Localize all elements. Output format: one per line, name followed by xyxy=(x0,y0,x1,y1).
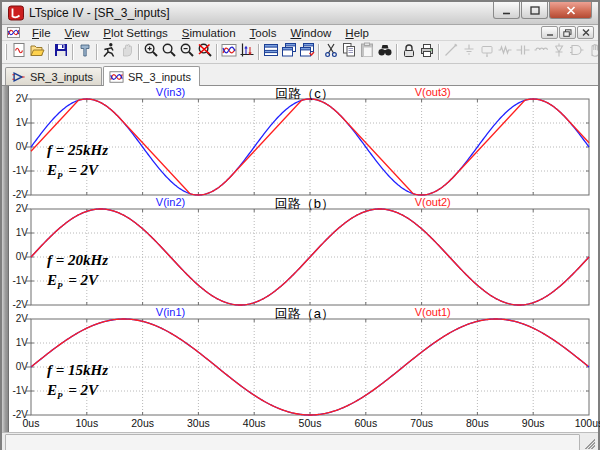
close-button[interactable] xyxy=(549,2,592,19)
annotation-15khz: f = 15kHzEP = 2V xyxy=(47,360,108,406)
amp-subscript: P xyxy=(57,171,63,181)
amp-subscript: P xyxy=(57,281,63,291)
toolbar-separator xyxy=(258,44,260,60)
tile-windows-button[interactable] xyxy=(262,42,280,62)
menu-file[interactable]: File xyxy=(25,27,58,39)
resistor-button xyxy=(496,42,514,62)
paste-button xyxy=(358,42,376,62)
menu-help[interactable]: Help xyxy=(338,27,376,39)
tab-waveform-sr-3-inputs[interactable]: SR_3_inputs xyxy=(103,66,200,86)
plot-area[interactable]: V(in3)回路（c）V(out3)2V1V0V-1V-2Vf = 25kHzE… xyxy=(9,86,598,432)
minimize-button[interactable] xyxy=(493,2,520,19)
plot-pane-3[interactable]: V(in1)回路（a）V(out1)2V1V0V-1V-2Vf = 15kHzE… xyxy=(9,306,598,416)
cascade-windows-icon xyxy=(281,42,297,62)
halt-icon xyxy=(119,42,135,62)
waveform-icon xyxy=(109,70,124,84)
cut-button[interactable] xyxy=(322,42,340,62)
zoom-out-icon xyxy=(179,42,195,62)
plot-settings-icon xyxy=(221,42,237,62)
zoom-in-button[interactable] xyxy=(142,42,160,62)
toolbar-separator xyxy=(318,44,320,60)
toolbar-separator xyxy=(216,44,218,60)
tab-schematic-sr-3-inputs[interactable]: SR_3_inputs xyxy=(5,67,102,85)
toolbar-separator xyxy=(48,44,50,60)
print-button[interactable] xyxy=(418,42,436,62)
trace-label-V(out3)[interactable]: V(out3) xyxy=(415,86,451,98)
print-preview-button[interactable] xyxy=(400,42,418,62)
ground-icon xyxy=(461,42,477,62)
trace-label-V(out2)[interactable]: V(out2) xyxy=(415,196,451,208)
plot-pane-1[interactable]: V(in3)回路（c）V(out3)2V1V0V-1V-2Vf = 25kHzE… xyxy=(9,86,598,196)
toolbar-grip[interactable] xyxy=(5,44,7,60)
menu-view[interactable]: View xyxy=(58,27,97,39)
y-tick-label: -1V xyxy=(9,275,28,287)
trace-label-V(in1)[interactable]: V(in1) xyxy=(156,306,185,318)
amp-value: = 2V xyxy=(65,382,99,398)
maximize-button[interactable] xyxy=(521,2,548,19)
child-minimize-button[interactable] xyxy=(541,26,558,39)
plot-pane-2[interactable]: V(in2)回路（b）V(out2)2V1V0V-1V-2Vf = 20kHzE… xyxy=(9,196,598,306)
cascade-windows-button[interactable] xyxy=(280,42,298,62)
child-window-controls xyxy=(540,26,594,39)
toolbar-separator xyxy=(438,44,440,60)
freq-annotation: f = 20kHz xyxy=(47,250,108,270)
x-axis-labels: 0us10us20us30us40us50us60us70us80us90us1… xyxy=(9,416,598,432)
paste-icon xyxy=(359,42,375,62)
menu-bar: FileViewPlot SettingsSimulationToolsWind… xyxy=(2,25,598,41)
print-icon xyxy=(419,42,435,62)
diode-icon xyxy=(551,42,567,62)
title-bar[interactable]: LTspice IV - [SR_3_inputs] xyxy=(2,2,598,25)
zoom-out-button[interactable] xyxy=(178,42,196,62)
y-tick-label: 2V xyxy=(9,313,28,325)
zoom-extents-button[interactable] xyxy=(160,42,178,62)
open-icon xyxy=(29,42,45,62)
y-tick-label: 0V xyxy=(9,141,28,153)
y-tick-label: -1V xyxy=(9,165,28,177)
trace-label-V(out1)[interactable]: V(out1) xyxy=(415,306,451,318)
inductor-icon xyxy=(533,42,549,62)
autorange-y-button[interactable] xyxy=(238,42,256,62)
zoom-in-icon xyxy=(143,42,159,62)
menu-simulation[interactable]: Simulation xyxy=(175,27,243,39)
save-button[interactable] xyxy=(52,42,70,62)
halt-button xyxy=(118,42,136,62)
ground-button xyxy=(460,42,478,62)
waveform-icon[interactable] xyxy=(6,26,21,39)
x-tick-label: 100us xyxy=(571,417,600,429)
x-tick-label: 80us xyxy=(459,417,495,429)
plot-settings-button[interactable] xyxy=(220,42,238,62)
status-text xyxy=(5,434,580,450)
child-close-button[interactable] xyxy=(577,26,594,39)
copy-icon xyxy=(341,42,357,62)
amplitude-annotation: EP = 2V xyxy=(47,380,108,406)
save-icon xyxy=(53,42,69,62)
arrange-windows-button[interactable] xyxy=(298,42,316,62)
x-tick-label: 70us xyxy=(404,417,440,429)
menu-window[interactable]: Window xyxy=(283,27,338,39)
y-tick-label: 0V xyxy=(9,361,28,373)
open-button[interactable] xyxy=(28,42,46,62)
child-restore-button[interactable] xyxy=(559,26,576,39)
control-panel-button[interactable] xyxy=(76,42,94,62)
menu-plot-settings[interactable]: Plot Settings xyxy=(96,27,175,39)
y-tick-label: 2V xyxy=(9,203,28,215)
new-schematic-button[interactable] xyxy=(10,42,28,62)
circuit-label: 回路（a） xyxy=(275,305,334,323)
toolbar-separator xyxy=(396,44,398,60)
toolbar-separator xyxy=(72,44,74,60)
freq-annotation: f = 25kHz xyxy=(47,140,108,160)
resize-grip[interactable] xyxy=(582,436,595,449)
find-icon xyxy=(377,42,393,62)
find-button[interactable] xyxy=(376,42,394,62)
zoom-undo-button[interactable] xyxy=(196,42,214,62)
copy-button[interactable] xyxy=(340,42,358,62)
zoom-extents-icon xyxy=(161,42,177,62)
trace-label-V(in2)[interactable]: V(in2) xyxy=(156,196,185,208)
trace-label-V(in3)[interactable]: V(in3) xyxy=(156,86,185,98)
run-button[interactable] xyxy=(100,42,118,62)
menu-tools[interactable]: Tools xyxy=(243,27,284,39)
y-tick-label: 1V xyxy=(9,227,28,239)
tab-bar: SR_3_inputsSR_3_inputs xyxy=(2,64,598,86)
capacitor-icon xyxy=(515,42,531,62)
x-tick-label: 10us xyxy=(69,417,105,429)
